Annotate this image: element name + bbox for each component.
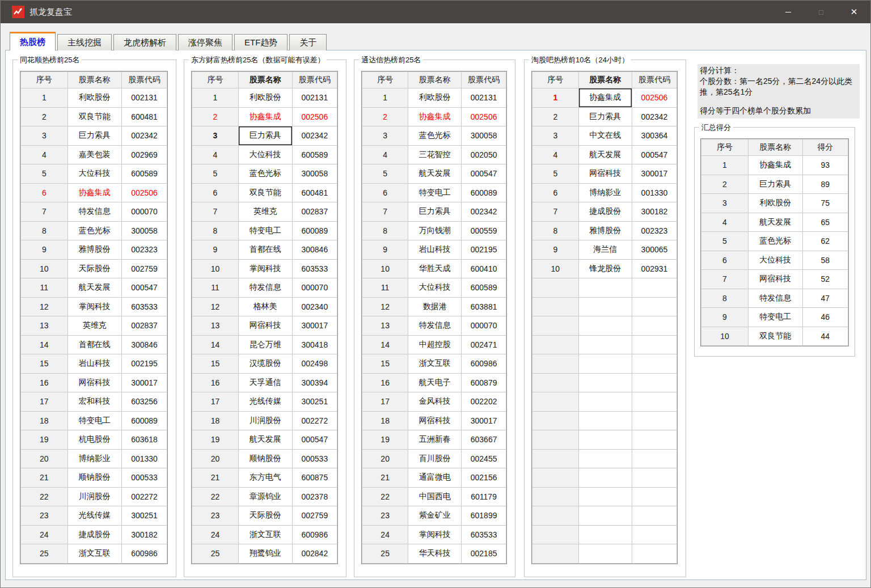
empty-cell[interactable] xyxy=(632,468,676,488)
stock-name-cell[interactable]: 特发信息 xyxy=(238,278,292,298)
rank-cell[interactable]: 5 xyxy=(701,232,749,251)
rank-cell[interactable]: 10 xyxy=(21,259,68,278)
stock-code-cell[interactable]: 002471 xyxy=(462,335,506,354)
stock-name-cell[interactable]: 三花智控 xyxy=(408,145,462,164)
stock-code-cell[interactable]: 002195 xyxy=(462,240,506,260)
stock-code-cell[interactable]: 002455 xyxy=(462,449,506,468)
stock-name-cell[interactable]: 中超控股 xyxy=(408,335,462,354)
stock-code-cell[interactable]: 002506 xyxy=(292,107,337,126)
stock-code-cell[interactable]: 002202 xyxy=(462,392,506,412)
rank-cell[interactable]: 12 xyxy=(362,297,408,316)
close-button[interactable]: ✕ xyxy=(838,1,870,23)
empty-cell[interactable] xyxy=(578,335,632,354)
empty-cell[interactable] xyxy=(632,335,676,354)
tab-etf-trend[interactable]: ETF趋势 xyxy=(234,34,287,50)
rank-cell[interactable]: 7 xyxy=(532,202,579,222)
empty-cell[interactable] xyxy=(632,411,676,430)
rank-cell[interactable]: 2 xyxy=(532,107,579,126)
column-header[interactable]: 序号 xyxy=(701,139,749,156)
stock-name-cell[interactable]: 顺钠股份 xyxy=(67,468,121,488)
stock-code-cell[interactable]: 002342 xyxy=(462,202,506,222)
stock-name-cell[interactable]: 航天发展 xyxy=(67,278,121,298)
rank-cell[interactable]: 19 xyxy=(362,430,408,450)
stock-name-cell[interactable]: 天际股份 xyxy=(238,506,292,526)
stock-code-cell[interactable]: 300394 xyxy=(292,373,337,392)
stock-name-cell[interactable]: 蓝色光标 xyxy=(67,221,121,240)
stock-name-cell[interactable]: 嘉美包装 xyxy=(67,145,121,164)
score-cell[interactable]: 47 xyxy=(802,289,848,308)
stock-code-cell[interactable]: 002378 xyxy=(292,487,337,506)
stock-code-cell[interactable]: 600986 xyxy=(462,354,506,374)
empty-cell[interactable] xyxy=(532,430,579,450)
stock-name-cell[interactable]: 双良节能 xyxy=(238,183,292,202)
empty-cell[interactable] xyxy=(578,487,632,506)
stock-code-cell[interactable]: 601899 xyxy=(462,506,506,526)
stock-code-cell[interactable]: 300846 xyxy=(122,335,167,354)
stock-code-cell[interactable]: 002131 xyxy=(292,88,337,108)
rank-cell[interactable]: 17 xyxy=(21,392,68,412)
empty-cell[interactable] xyxy=(532,392,579,412)
stock-name-cell[interactable]: 特变电工 xyxy=(67,411,121,430)
empty-cell[interactable] xyxy=(532,487,579,506)
stock-name-cell[interactable]: 航天发展 xyxy=(238,430,292,450)
column-header[interactable]: 序号 xyxy=(21,72,68,88)
stock-code-cell[interactable]: 300251 xyxy=(292,392,337,412)
rank-cell[interactable]: 6 xyxy=(21,183,68,202)
rank-cell[interactable]: 21 xyxy=(21,468,68,488)
rank-cell[interactable]: 13 xyxy=(192,316,239,336)
stock-code-cell[interactable]: 603533 xyxy=(462,525,506,544)
stock-name-cell[interactable]: 利欧股份 xyxy=(408,88,462,108)
rank-cell[interactable]: 4 xyxy=(21,145,68,164)
rank-cell[interactable]: 19 xyxy=(21,430,68,450)
score-cell[interactable]: 44 xyxy=(802,327,848,346)
rank-cell[interactable]: 6 xyxy=(192,183,239,202)
empty-cell[interactable] xyxy=(632,373,676,392)
stock-name-cell[interactable]: 百川股份 xyxy=(408,449,462,468)
rank-cell[interactable]: 16 xyxy=(192,373,239,392)
empty-cell[interactable] xyxy=(532,411,579,430)
stock-name-cell[interactable]: 捷成股份 xyxy=(578,202,632,222)
stock-code-cell[interactable]: 002842 xyxy=(292,544,337,564)
empty-cell[interactable] xyxy=(532,468,579,488)
empty-cell[interactable] xyxy=(632,487,676,506)
stock-code-cell[interactable]: 002759 xyxy=(122,259,167,278)
stock-name-cell[interactable]: 网宿科技 xyxy=(67,373,121,392)
rank-cell[interactable]: 15 xyxy=(21,354,68,374)
empty-cell[interactable] xyxy=(532,354,579,374)
empty-cell[interactable] xyxy=(632,354,676,374)
stock-name-cell[interactable]: 掌阅科技 xyxy=(67,297,121,316)
empty-cell[interactable] xyxy=(632,506,676,526)
stock-name-cell[interactable]: 川润股份 xyxy=(238,411,292,430)
stock-name-cell[interactable]: 巨力索具 xyxy=(238,126,292,146)
empty-cell[interactable] xyxy=(532,316,579,336)
stock-code-cell[interactable]: 300065 xyxy=(632,240,676,260)
rank-cell[interactable]: 15 xyxy=(192,354,239,374)
rank-cell[interactable]: 8 xyxy=(362,221,408,240)
stock-code-cell[interactable]: 002131 xyxy=(122,88,167,108)
empty-cell[interactable] xyxy=(578,411,632,430)
stock-name-cell[interactable]: 大位科技 xyxy=(408,278,462,298)
stock-code-cell[interactable]: 002323 xyxy=(122,240,167,260)
rank-cell[interactable]: 10 xyxy=(362,259,408,278)
rank-cell[interactable]: 18 xyxy=(192,411,239,430)
empty-cell[interactable] xyxy=(578,392,632,412)
rank-cell[interactable]: 7 xyxy=(362,202,408,222)
column-header[interactable]: 序号 xyxy=(532,72,579,88)
rank-cell[interactable]: 14 xyxy=(21,335,68,354)
stock-name-cell[interactable]: 翔鹭钨业 xyxy=(238,544,292,564)
stock-name-cell[interactable]: 格林美 xyxy=(238,297,292,316)
stock-code-cell[interactable]: 002506 xyxy=(122,183,167,202)
stock-code-cell[interactable]: 002969 xyxy=(122,145,167,164)
maximize-button[interactable]: □ xyxy=(805,1,838,23)
stock-name-cell[interactable]: 岩山科技 xyxy=(67,354,121,374)
rank-cell[interactable]: 8 xyxy=(701,289,749,308)
stock-name-cell[interactable]: 双良节能 xyxy=(67,107,121,126)
rank-cell[interactable]: 8 xyxy=(192,221,239,240)
stock-code-cell[interactable]: 600875 xyxy=(292,468,337,488)
stock-code-cell[interactable]: 300846 xyxy=(292,240,337,260)
stock-code-cell[interactable]: 600589 xyxy=(122,164,167,184)
stock-name-cell[interactable]: 雅博股份 xyxy=(67,240,121,260)
stock-code-cell[interactable]: 002506 xyxy=(462,107,506,126)
column-header[interactable]: 股票名称 xyxy=(578,72,632,88)
stock-name-cell[interactable]: 巨力索具 xyxy=(67,126,121,146)
